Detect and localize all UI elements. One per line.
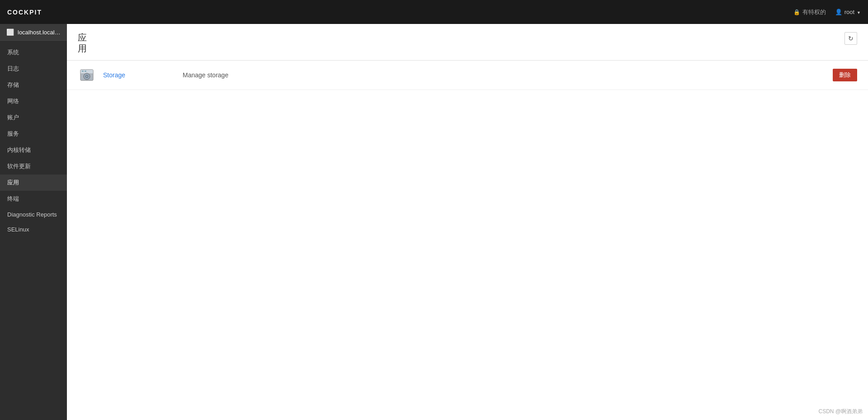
- sidebar-nav: 系统 日志 存储 网络 账户 服务 内核转储 软件更新 应用 终端 Diagno…: [0, 41, 67, 241]
- app-logo: COCKPIT: [7, 9, 42, 16]
- sidebar: ⬜ localhost.locald... 系统 日志 存储 网络 账户 服务 …: [0, 24, 67, 420]
- topbar: COCKPIT 有特权的 root: [0, 0, 868, 24]
- host-label: localhost.locald...: [18, 29, 61, 36]
- watermark: CSDN @啊酒弟弟: [818, 408, 863, 415]
- app-list: Storage Manage storage 删除: [67, 61, 868, 90]
- svg-rect-6: [85, 71, 86, 72]
- delete-button[interactable]: 删除: [833, 69, 857, 81]
- user-icon: [835, 9, 842, 15]
- user-chevron-icon: [857, 9, 861, 15]
- user-label: root: [844, 9, 854, 15]
- user-menu[interactable]: root: [835, 9, 861, 15]
- page-header: 应 用 ↻: [67, 24, 868, 61]
- page-title-line2: 用: [78, 43, 87, 54]
- lock-icon: [793, 9, 800, 15]
- sidebar-item-system[interactable]: 系统: [0, 44, 67, 61]
- sidebar-item-logs[interactable]: 日志: [0, 61, 67, 77]
- refresh-button[interactable]: ↻: [844, 32, 857, 45]
- privileged-indicator: 有特权的: [793, 8, 826, 16]
- sidebar-item-terminal[interactable]: 终端: [0, 191, 67, 207]
- storage-app-icon: [79, 67, 95, 83]
- sidebar-item-storage[interactable]: 存储: [0, 77, 67, 93]
- table-row: Storage Manage storage 删除: [67, 61, 868, 90]
- sidebar-item-software[interactable]: 软件更新: [0, 158, 67, 175]
- privileged-label: 有特权的: [802, 8, 826, 16]
- sidebar-item-services[interactable]: 服务: [0, 126, 67, 142]
- app-name-link[interactable]: Storage: [103, 71, 175, 79]
- topbar-right: 有特权的 root: [793, 8, 861, 16]
- svg-point-4: [86, 76, 87, 77]
- app-description: Manage storage: [183, 71, 826, 79]
- sidebar-item-apps[interactable]: 应用: [0, 175, 67, 191]
- page-title-line1: 应: [78, 32, 87, 43]
- svg-rect-5: [82, 71, 84, 72]
- sidebar-item-accounts[interactable]: 账户: [0, 109, 67, 126]
- sidebar-item-network[interactable]: 网络: [0, 93, 67, 109]
- sidebar-item-selinux[interactable]: SELinux: [0, 222, 67, 237]
- page-title: 应 用: [78, 32, 87, 54]
- host-icon: ⬜: [6, 28, 14, 36]
- sidebar-item-kernel[interactable]: 内核转储: [0, 142, 67, 158]
- app-icon-wrap: [78, 66, 96, 84]
- host-item[interactable]: ⬜ localhost.locald...: [0, 24, 67, 41]
- main-content: 应 用 ↻ Storage Manage storage 删除: [67, 24, 868, 420]
- sidebar-item-diagnostic[interactable]: Diagnostic Reports: [0, 207, 67, 222]
